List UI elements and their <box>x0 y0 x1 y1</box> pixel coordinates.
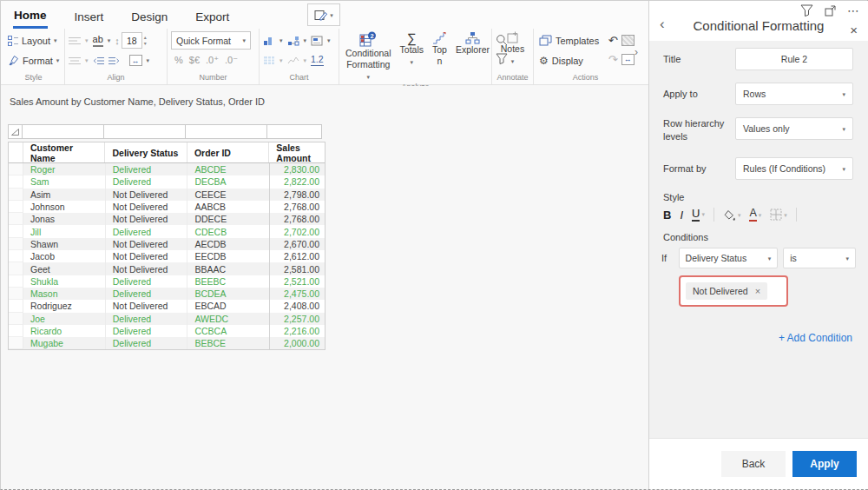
row-number-cell[interactable] <box>9 175 23 188</box>
format-by-dropdown[interactable]: Rules (If Conditions) ▾ <box>735 157 853 180</box>
cell-order[interactable]: AECDB <box>187 238 270 250</box>
fill-color-button[interactable]: ▾ <box>723 209 741 221</box>
select-all-corner[interactable] <box>8 124 23 139</box>
row-hierarchy-dropdown[interactable]: Values only ▾ <box>735 117 853 140</box>
cell-status[interactable]: Delivered <box>106 275 188 288</box>
table-row[interactable]: JoeDeliveredAWEDC2,257.00 <box>9 313 325 325</box>
table-row[interactable]: JonasNot DeliveredDDECE2,768.00 <box>9 213 325 225</box>
cell-order[interactable]: AABCB <box>187 201 270 213</box>
table-row[interactable]: MasonDeliveredBCDEA2,475.00 <box>9 288 325 300</box>
layout-button[interactable]: Layout ▾ <box>6 35 59 47</box>
cell-amount[interactable]: 2,702.00 <box>269 225 325 237</box>
cell-status[interactable]: Not Delivered <box>106 189 188 201</box>
percent-format-button[interactable]: % <box>174 55 183 65</box>
cell-order[interactable]: CCBCA <box>187 325 270 337</box>
table-row[interactable]: ShawnNot DeliveredAECDB2,670.00 <box>9 238 325 250</box>
cell-status[interactable]: Delivered <box>106 288 188 300</box>
table-row[interactable]: ShuklaDeliveredBEEBC2,521.00 <box>9 275 325 288</box>
close-icon[interactable]: × <box>850 23 858 36</box>
header-order-id[interactable]: Order ID <box>187 142 269 162</box>
table-style-icon[interactable] <box>263 56 275 65</box>
cell-customer[interactable]: Jonas <box>23 213 106 225</box>
cell-amount[interactable]: 2,408.00 <box>269 300 325 312</box>
hierarchy-chart-icon[interactable] <box>287 36 299 46</box>
formula-cell[interactable] <box>266 124 322 139</box>
cell-amount[interactable]: 2,475.00 <box>269 288 325 300</box>
apply-button[interactable]: Apply <box>792 451 857 477</box>
table-row[interactable]: RodriguezNot DeliveredEBCAD2,408.00 <box>9 300 325 312</box>
edit-mode-button[interactable]: ▾ <box>307 3 340 26</box>
table-row[interactable]: JohnsonNot DeliveredAABCB2,768.00 <box>9 201 325 213</box>
formula-cell[interactable] <box>185 124 267 139</box>
cell-order[interactable]: ABCDE <box>187 163 270 175</box>
cell-order[interactable]: DDECE <box>187 213 270 225</box>
cell-customer[interactable]: Joe <box>23 313 106 325</box>
top-n-button[interactable]: Top n <box>430 30 450 83</box>
cell-customer[interactable]: Mugabe <box>23 337 106 349</box>
decrease-decimal-button[interactable]: .0⁻ <box>225 55 238 66</box>
cell-status[interactable]: Not Delivered <box>106 238 188 250</box>
row-number-cell[interactable] <box>9 201 23 213</box>
cell-amount[interactable]: 2,216.00 <box>269 325 325 337</box>
row-number-cell[interactable] <box>9 300 23 312</box>
tab-design[interactable]: Design <box>130 8 168 28</box>
cell-customer[interactable]: Geet <box>23 262 106 275</box>
cell-order[interactable]: CDECB <box>187 225 270 237</box>
format-button[interactable]: Format ▾ <box>6 54 61 67</box>
condition-operator-dropdown[interactable]: is ▾ <box>783 248 856 268</box>
tab-export[interactable]: Export <box>194 8 230 28</box>
cell-status[interactable]: Not Delivered <box>106 250 188 262</box>
cell-amount[interactable]: 2,521.00 <box>269 275 325 288</box>
table-row[interactable]: JillDeliveredCDECB2,702.00 <box>9 225 325 237</box>
row-number-cell[interactable] <box>9 325 23 337</box>
row-number-cell[interactable] <box>9 275 23 288</box>
cell-status[interactable]: Not Delivered <box>106 300 188 312</box>
cell-status[interactable]: Not Delivered <box>106 262 188 275</box>
cell-order[interactable]: BEBCE <box>187 337 270 349</box>
cell-customer[interactable]: Asim <box>23 189 106 201</box>
font-color-button[interactable]: A▾ <box>749 208 761 221</box>
condition-value-box[interactable]: Not Delivered × <box>679 275 788 307</box>
table-row[interactable]: AsimNot DeliveredCEECE2,798.00 <box>9 189 325 201</box>
cell-customer[interactable]: Sam <box>23 175 106 188</box>
cell-customer[interactable]: Shawn <box>23 238 106 250</box>
table-row[interactable]: JacobNot DeliveredEECDB2,612.00 <box>9 250 325 262</box>
explorer-button[interactable]: Explorer <box>453 30 492 83</box>
tab-home[interactable]: Home <box>13 6 48 29</box>
quick-format-dropdown[interactable]: Quick Format ▾ <box>171 31 251 50</box>
sparkline-icon[interactable] <box>287 56 299 65</box>
decimal-format-button[interactable]: 1.2 <box>311 55 324 66</box>
cell-amount[interactable]: 2,257.00 <box>269 313 325 325</box>
cell-order[interactable]: BBAAC <box>187 262 270 275</box>
row-number-cell[interactable] <box>9 225 23 237</box>
bold-button[interactable]: B <box>663 209 671 222</box>
notes-button[interactable]: Notes▾ <box>496 30 529 67</box>
condition-value-chip[interactable]: Not Delivered × <box>686 282 767 300</box>
align-lines-icon[interactable] <box>69 36 81 45</box>
cell-customer[interactable]: Ricardo <box>23 325 106 337</box>
totals-button[interactable]: ∑ Totals▾ <box>398 30 426 83</box>
bar-chart-icon[interactable] <box>263 36 275 46</box>
currency-format-button[interactable]: $€ <box>189 55 200 65</box>
font-size-value[interactable]: 18 <box>122 32 142 49</box>
font-size-control[interactable]: ↕ 18 ▴▾ <box>115 32 147 49</box>
more-options-icon[interactable]: ⋯ <box>847 7 859 14</box>
cell-status[interactable]: Delivered <box>106 325 188 337</box>
ribbon-collapse-handle[interactable]: › <box>635 46 638 58</box>
header-sales-amount[interactable]: Sales Amount <box>269 142 325 162</box>
cell-customer[interactable]: Rodriguez <box>23 300 106 312</box>
italic-button[interactable]: I <box>680 209 683 222</box>
align-lines-icon[interactable] <box>69 56 81 65</box>
row-number-cell[interactable] <box>9 189 23 201</box>
row-number-cell[interactable] <box>9 288 23 300</box>
cell-order[interactable]: AWEDC <box>187 313 270 325</box>
cell-customer[interactable]: Roger <box>23 163 106 175</box>
redo-icon[interactable]: ↷ <box>608 53 618 66</box>
cell-order[interactable]: EECDB <box>187 250 270 262</box>
cell-order[interactable]: DECBA <box>187 175 270 188</box>
expand-icon[interactable] <box>825 5 836 17</box>
condition-field-dropdown[interactable]: Delivery Status ▾ <box>679 248 779 268</box>
cell-customer[interactable]: Shukla <box>23 275 106 288</box>
cell-amount[interactable]: 2,612.00 <box>269 250 325 262</box>
fit-width-button[interactable]: ↔ <box>129 55 142 66</box>
